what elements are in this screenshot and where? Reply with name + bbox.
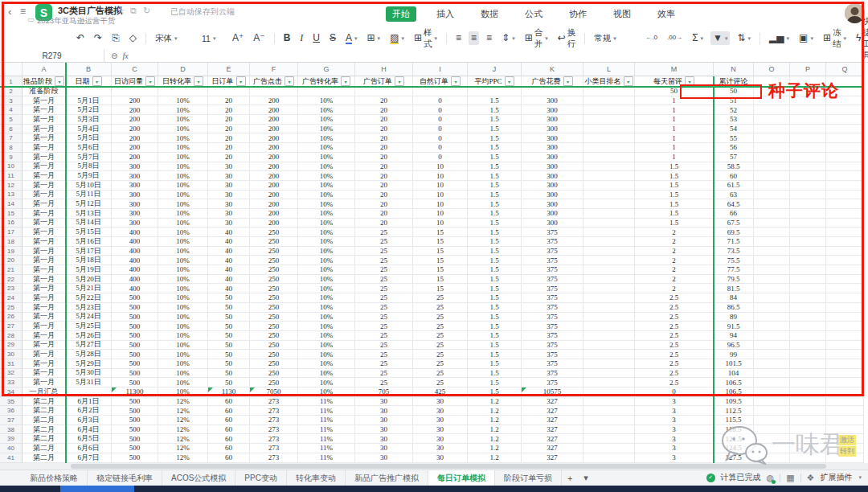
cell-D16[interactable]: 10% — [158, 219, 208, 228]
cell-C38[interactable]: 500 — [112, 425, 158, 435]
cell-N9[interactable]: 57 — [714, 153, 754, 162]
cell-C8[interactable]: 200 — [112, 143, 158, 153]
row-number[interactable]: 6 — [0, 125, 23, 134]
row-number[interactable]: 12 — [0, 181, 23, 191]
cell-D12[interactable]: 10% — [158, 181, 208, 191]
cell-A5[interactable]: 第一月 — [23, 115, 66, 125]
cell-B16[interactable]: 5月14日 — [66, 219, 112, 228]
cell-D10[interactable]: 10% — [158, 162, 208, 172]
cell-G38[interactable]: 11% — [298, 425, 355, 435]
cell-K35[interactable]: 327 — [522, 397, 583, 407]
cell-K21[interactable]: 375 — [522, 265, 583, 275]
cell-G37[interactable]: 11% — [298, 416, 355, 425]
cell-H18[interactable]: 25 — [355, 237, 413, 247]
cell-P14[interactable] — [790, 199, 826, 209]
cell-F18[interactable]: 250 — [250, 237, 298, 247]
cell-P20[interactable] — [790, 256, 826, 265]
cell-L36[interactable] — [583, 406, 635, 416]
cell-I25[interactable]: 25 — [413, 303, 468, 313]
cell-Q7[interactable] — [826, 133, 864, 143]
cell-A3[interactable]: 第一月 — [23, 96, 66, 106]
decrease-decimal-icon[interactable]: .00→ — [665, 33, 685, 43]
cell-H31[interactable]: 25 — [355, 359, 413, 369]
cell-L13[interactable] — [583, 191, 635, 200]
board-icon[interactable] — [786, 473, 794, 483]
cell-B27[interactable]: 5月25日 — [66, 322, 112, 331]
cell-B37[interactable]: 6月3日 — [66, 416, 112, 425]
row-number[interactable]: 27 — [0, 322, 23, 331]
cell-D2[interactable] — [158, 87, 208, 96]
cell-J38[interactable]: 1.2 — [468, 425, 522, 435]
cell-I10[interactable]: 10 — [413, 162, 468, 172]
cell-N18[interactable]: 71.5 — [714, 237, 754, 247]
cell-B11[interactable]: 5月9日 — [66, 171, 112, 181]
cell-H15[interactable]: 20 — [355, 209, 413, 219]
cell-G28[interactable]: 10% — [298, 331, 355, 341]
image-icon[interactable]: ▣▾ — [796, 31, 816, 45]
cell-G22[interactable]: 10% — [298, 275, 355, 285]
cell-L18[interactable] — [583, 237, 635, 247]
cell-A36[interactable]: 第二月 — [23, 406, 66, 416]
cell-C18[interactable]: 400 — [112, 237, 158, 247]
cell-B20[interactable]: 5月18日 — [66, 256, 112, 265]
cell-M3[interactable]: 1 — [635, 96, 714, 106]
cell-B22[interactable]: 5月20日 — [66, 275, 112, 285]
cell-Q22[interactable] — [826, 275, 864, 285]
column-letter-Q[interactable]: Q — [826, 63, 864, 76]
cell-J35[interactable]: 1.2 — [468, 397, 522, 407]
row-number[interactable]: 39 — [0, 434, 23, 444]
cell-O35[interactable] — [754, 397, 790, 407]
cell-J8[interactable]: 1.5 — [468, 143, 522, 153]
cell-F30[interactable]: 250 — [250, 350, 298, 359]
cell-I15[interactable]: 10 — [413, 209, 468, 219]
cell-D13[interactable]: 10% — [158, 191, 208, 200]
cell-J24[interactable]: 1.5 — [468, 293, 522, 303]
cell-O5[interactable] — [754, 115, 790, 125]
sheet-tab-新品价格策略[interactable]: 新品价格策略 — [21, 470, 88, 486]
cell-L8[interactable] — [583, 143, 635, 153]
cell-Q32[interactable] — [826, 369, 864, 379]
cell-J4[interactable]: 1.5 — [468, 105, 522, 115]
cell-I35[interactable]: 30 — [413, 397, 468, 407]
cell-G10[interactable]: 10% — [298, 162, 355, 172]
cell-I29[interactable]: 25 — [413, 341, 468, 351]
cell-J27[interactable]: 1.5 — [468, 322, 522, 331]
cell-C26[interactable]: 500 — [112, 313, 158, 322]
cell-C6[interactable]: 200 — [112, 125, 158, 134]
cell-B21[interactable]: 5月19日 — [66, 265, 112, 275]
filter-dropdown-icon[interactable]: ▾ — [451, 76, 461, 86]
cell-A41[interactable]: 第二月 — [23, 453, 66, 463]
cell-D35[interactable]: 12% — [158, 397, 208, 407]
cell-C30[interactable]: 500 — [112, 350, 158, 359]
cell-G16[interactable]: 10% — [298, 219, 355, 228]
cell-H38[interactable]: 30 — [355, 425, 413, 435]
filter-dropdown-icon[interactable]: ▾ — [505, 76, 514, 86]
cell-E26[interactable]: 50 — [208, 313, 250, 322]
cell-E17[interactable]: 40 — [208, 228, 250, 237]
cell-O4[interactable] — [754, 105, 790, 115]
cell-Q29[interactable] — [826, 341, 864, 351]
cell-F41[interactable]: 273 — [250, 453, 298, 463]
cell-A24[interactable]: 第一月 — [23, 293, 66, 303]
cell-C17[interactable]: 400 — [112, 228, 158, 237]
cell-L16[interactable] — [583, 219, 635, 228]
cell-M18[interactable]: 2 — [635, 237, 714, 247]
cell-I11[interactable]: 10 — [413, 171, 468, 181]
cell-O29[interactable] — [754, 341, 790, 351]
cell-P21[interactable] — [790, 265, 826, 275]
cell-F25[interactable]: 250 — [250, 303, 298, 313]
cell-F34[interactable]: 7050 — [250, 387, 298, 397]
cell-E32[interactable]: 50 — [208, 369, 250, 379]
cell-P22[interactable] — [790, 275, 826, 285]
cell-D26[interactable]: 10% — [158, 313, 208, 322]
font-color-icon[interactable]: A▾ — [343, 31, 360, 46]
row-number[interactable]: 2 — [0, 87, 23, 96]
cell-M16[interactable]: 1.5 — [635, 219, 714, 228]
cell-F40[interactable]: 273 — [250, 444, 298, 453]
cell-C34[interactable]: 11300 — [112, 387, 158, 397]
cell-J41[interactable]: 1.2 — [468, 453, 522, 463]
cell-G5[interactable]: 10% — [298, 115, 355, 125]
cell-J28[interactable]: 1.5 — [468, 331, 522, 341]
cell-K40[interactable]: 327 — [522, 444, 583, 453]
cell-G39[interactable]: 11% — [298, 434, 355, 444]
